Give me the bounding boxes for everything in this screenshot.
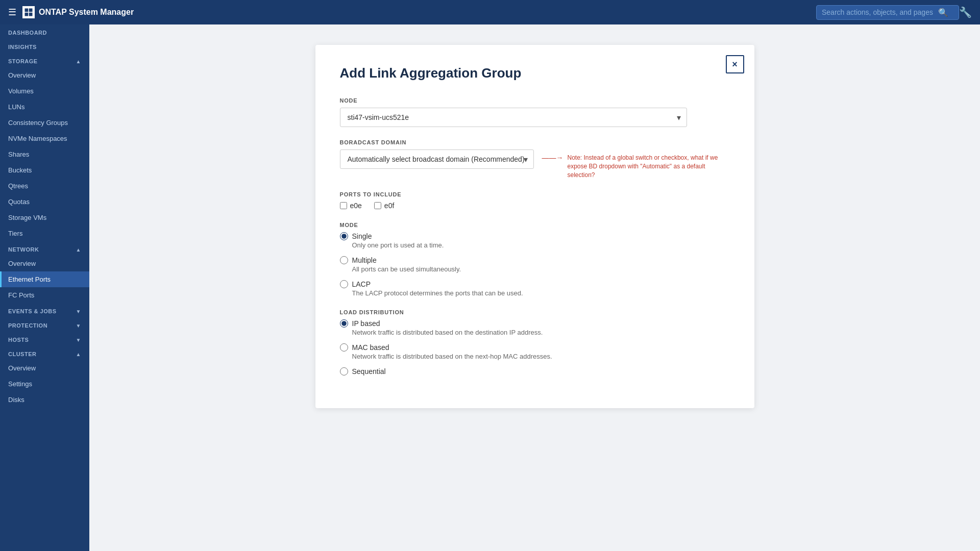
mode-single-item: Single Only one port is used at a time. — [340, 232, 730, 249]
search-input[interactable] — [822, 8, 934, 16]
sidebar-item-tiers[interactable]: Tiers — [0, 226, 89, 241]
settings-icon[interactable]: 🔧 — [959, 6, 972, 18]
mode-single-text: Single — [352, 232, 372, 240]
hosts-label: HOSTS — [8, 337, 29, 343]
mode-lacp-radio[interactable] — [340, 280, 348, 288]
port-e0f-item[interactable]: e0f — [374, 202, 394, 210]
sidebar-item-disks[interactable]: Disks — [0, 392, 89, 408]
broadcast-domain-select-wrapper: Automatically select broadcast domain (R… — [340, 149, 534, 169]
load-mac-label[interactable]: MAC based — [340, 343, 730, 352]
cluster-chevron-icon: ▲ — [76, 352, 81, 357]
mode-lacp-item: LACP The LACP protocol determines the po… — [340, 280, 730, 297]
load-ip-desc: Network traffic is distributed based on … — [352, 329, 730, 336]
load-ip-radio[interactable] — [340, 319, 348, 328]
protection-chevron-icon: ▼ — [76, 323, 81, 329]
sidebar-item-volumes[interactable]: Volumes — [0, 83, 89, 99]
sidebar-section-events-jobs[interactable]: EVENTS & JOBS ▼ — [0, 303, 89, 317]
mode-label: MODE — [340, 222, 730, 228]
sidebar-item-settings[interactable]: Settings — [0, 376, 89, 392]
ports-label: PORTS TO INCLUDE — [340, 191, 730, 197]
sidebar-item-quotas[interactable]: Quotas — [0, 194, 89, 210]
events-jobs-label: EVENTS & JOBS — [8, 308, 57, 314]
sidebar-section-storage[interactable]: STORAGE ▲ — [0, 53, 89, 67]
sidebar-item-consistency-groups[interactable]: Consistency Groups — [0, 115, 89, 131]
mode-single-label[interactable]: Single — [340, 232, 730, 240]
protection-label: PROTECTION — [8, 322, 47, 329]
network-label: NETWORK — [8, 246, 39, 253]
dialog-add-lag: × Add Link Aggregation Group NODE sti47-… — [315, 45, 754, 408]
sidebar-item-shares[interactable]: Shares — [0, 146, 89, 162]
load-dist-field-group: LOAD DISTRIBUTION IP based Network traff… — [340, 309, 730, 375]
mode-multiple-radio[interactable] — [340, 256, 348, 264]
sidebar: DASHBOARD INSIGHTS STORAGE ▲ Overview Vo… — [0, 24, 89, 551]
search-bar[interactable]: 🔍 — [816, 5, 959, 20]
sidebar-item-cluster-overview[interactable]: Overview — [0, 360, 89, 376]
sidebar-section-dashboard[interactable]: DASHBOARD — [0, 24, 89, 39]
sidebar-item-fc-ports[interactable]: FC Ports — [0, 287, 89, 303]
port-e0f-checkbox[interactable] — [374, 202, 381, 209]
svg-rect-2 — [25, 13, 29, 16]
sidebar-item-nvme-namespaces[interactable]: NVMe Namespaces — [0, 131, 89, 146]
load-dist-radio-group: IP based Network traffic is distributed … — [340, 319, 730, 375]
sidebar-item-net-overview[interactable]: Overview — [0, 256, 89, 271]
load-mac-text: MAC based — [352, 343, 389, 352]
load-sequential-text: Sequential — [352, 367, 386, 375]
load-mac-radio[interactable] — [340, 343, 348, 352]
mode-multiple-label[interactable]: Multiple — [340, 256, 730, 264]
sidebar-item-qtrees[interactable]: Qtrees — [0, 178, 89, 194]
load-sequential-label[interactable]: Sequential — [340, 367, 730, 375]
hosts-chevron-icon: ▼ — [76, 337, 81, 343]
sidebar-section-cluster[interactable]: CLUSTER ▲ — [0, 346, 89, 360]
load-dist-label: LOAD DISTRIBUTION — [340, 309, 730, 315]
load-mac-desc: Network traffic is distributed based on … — [352, 353, 730, 360]
sidebar-item-storage-vms[interactable]: Storage VMs — [0, 210, 89, 226]
sidebar-item-buckets[interactable]: Buckets — [0, 162, 89, 178]
mode-multiple-desc: All ports can be used simultaneously. — [352, 265, 730, 273]
mode-field-group: MODE Single Only one port is used at a t… — [340, 222, 730, 297]
storage-chevron-icon: ▲ — [76, 59, 81, 64]
sidebar-item-luns[interactable]: LUNs — [0, 99, 89, 115]
load-ip-label[interactable]: IP based — [340, 319, 730, 328]
load-ip-item: IP based Network traffic is distributed … — [340, 319, 730, 336]
svg-rect-3 — [29, 13, 33, 16]
load-sequential-radio[interactable] — [340, 367, 348, 375]
sidebar-item-overview[interactable]: Overview — [0, 67, 89, 83]
close-button[interactable]: × — [726, 55, 744, 73]
load-mac-item: MAC based Network traffic is distributed… — [340, 343, 730, 360]
node-label: NODE — [340, 97, 730, 104]
sidebar-item-ethernet-ports[interactable]: Ethernet Ports — [0, 271, 89, 287]
node-field-group: NODE sti47-vsim-ucs521e — [340, 97, 730, 127]
load-sequential-item: Sequential — [340, 367, 730, 375]
network-items: Overview Ethernet Ports FC Ports — [0, 256, 89, 303]
sidebar-section-insights[interactable]: INSIGHTS — [0, 39, 89, 53]
node-select[interactable]: sti47-vsim-ucs521e — [340, 108, 687, 127]
ports-field-group: PORTS TO INCLUDE e0e e0f — [340, 191, 730, 210]
sidebar-section-protection[interactable]: PROTECTION ▼ — [0, 317, 89, 332]
mode-radio-group: Single Only one port is used at a time. … — [340, 232, 730, 297]
svg-rect-1 — [29, 9, 33, 12]
insights-label: INSIGHTS — [8, 44, 37, 50]
dialog-title: Add Link Aggregation Group — [340, 65, 730, 81]
port-e0e-checkbox[interactable] — [340, 202, 347, 209]
node-select-wrapper: sti47-vsim-ucs521e — [340, 108, 687, 127]
network-chevron-icon: ▲ — [76, 247, 81, 253]
sidebar-section-network[interactable]: NETWORK ▲ — [0, 241, 89, 256]
broadcast-domain-note-text: Note: Instead of a global switch or chec… — [568, 154, 730, 179]
cluster-label: CLUSTER — [8, 351, 36, 357]
sidebar-section-hosts[interactable]: HOSTS ▼ — [0, 332, 89, 346]
broadcast-domain-label: BORADCAST DOMAIN — [340, 139, 730, 145]
hamburger-menu-icon[interactable]: ☰ — [8, 7, 16, 18]
storage-items: Overview Volumes LUNs Consistency Groups… — [0, 67, 89, 241]
events-jobs-chevron-icon: ▼ — [76, 309, 81, 314]
port-e0e-label: e0e — [350, 202, 362, 210]
main-content: × Add Link Aggregation Group NODE sti47-… — [89, 24, 980, 551]
cluster-items: Overview Settings Disks — [0, 360, 89, 408]
port-e0e-item[interactable]: e0e — [340, 202, 362, 210]
mode-lacp-label[interactable]: LACP — [340, 280, 730, 288]
storage-label: STORAGE — [8, 58, 38, 64]
mode-multiple-item: Multiple All ports can be used simultane… — [340, 256, 730, 273]
mode-single-radio[interactable] — [340, 232, 348, 240]
broadcast-domain-row: Automatically select broadcast domain (R… — [340, 149, 730, 179]
broadcast-domain-select[interactable]: Automatically select broadcast domain (R… — [340, 149, 534, 169]
mode-single-desc: Only one port is used at a time. — [352, 241, 730, 249]
